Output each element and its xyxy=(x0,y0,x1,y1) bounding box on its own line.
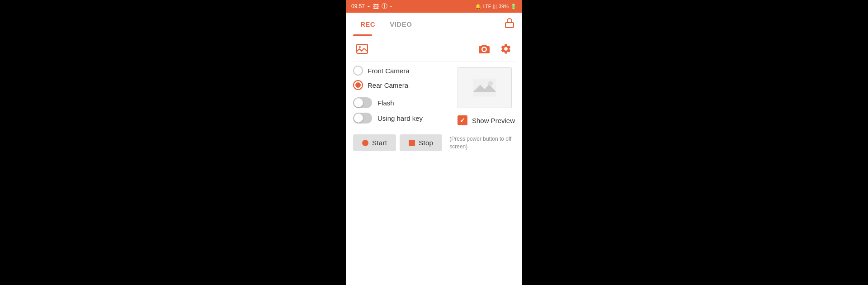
status-time: 09:57 •· 🖼 ⓕ • xyxy=(351,2,392,10)
battery-icon: 🔋 xyxy=(510,4,517,10)
signal-text: LTE xyxy=(483,4,491,9)
tab-rec[interactable]: REC xyxy=(353,14,382,34)
fb-icon: ⓕ xyxy=(382,2,387,10)
svg-rect-1 xyxy=(357,44,368,53)
dot-icon: • xyxy=(390,4,392,9)
tab-underline xyxy=(353,34,372,36)
svg-point-6 xyxy=(488,81,493,86)
front-camera-radio[interactable] xyxy=(353,66,363,76)
settings-button[interactable] xyxy=(497,40,515,58)
stop-icon xyxy=(409,140,415,146)
tab-video[interactable]: VIDEO xyxy=(382,14,419,34)
gallery-button[interactable] xyxy=(353,40,371,58)
mute-icon: 🔔 xyxy=(475,4,481,10)
notification-dot: •· xyxy=(368,4,370,9)
lock-icon[interactable] xyxy=(504,18,515,31)
signal-bars: ||| xyxy=(493,4,497,9)
button-row: Start Stop (Press power button to off sc… xyxy=(346,129,522,155)
start-label: Start xyxy=(372,139,387,147)
front-camera-option[interactable]: Front Camera xyxy=(353,66,450,76)
show-preview-label: Show Preview xyxy=(472,117,515,124)
rear-camera-label: Rear Camera xyxy=(368,81,408,89)
camera-button[interactable] xyxy=(475,40,493,58)
icon-row xyxy=(346,36,522,62)
hardkey-toggle-row[interactable]: Using hard key xyxy=(353,113,450,124)
stop-label: Stop xyxy=(419,139,433,147)
flash-toggle[interactable] xyxy=(353,97,372,108)
app-content: REC VIDEO xyxy=(346,13,522,285)
flash-label: Flash xyxy=(377,99,394,107)
right-column: ✓ Show Preview xyxy=(458,66,515,125)
start-icon xyxy=(362,140,368,146)
button-hint: (Press power button to off screen) xyxy=(449,135,515,151)
settings-area: Front Camera Rear Camera Flash xyxy=(346,62,522,129)
hardkey-label: Using hard key xyxy=(377,114,423,122)
svg-point-3 xyxy=(483,48,486,51)
show-preview-checkbox[interactable]: ✓ xyxy=(458,115,467,125)
photo-icon: 🖼 xyxy=(373,3,379,10)
status-right: 🔔 LTE ||| 39% 🔋 xyxy=(475,4,517,10)
settings-left: Front Camera Rear Camera Flash xyxy=(353,66,450,125)
hardkey-toggle[interactable] xyxy=(353,113,372,124)
camera-options: Front Camera Rear Camera xyxy=(353,66,450,90)
flash-toggle-row[interactable]: Flash xyxy=(353,97,450,108)
start-button[interactable]: Start xyxy=(353,134,396,151)
svg-rect-0 xyxy=(505,23,514,28)
rear-camera-option[interactable]: Rear Camera xyxy=(353,80,450,90)
time-display: 09:57 xyxy=(351,3,365,10)
stop-button[interactable]: Stop xyxy=(400,134,442,151)
checkmark-icon: ✓ xyxy=(460,117,465,124)
svg-rect-4 xyxy=(473,79,496,97)
tab-bar: REC VIDEO xyxy=(346,13,522,36)
show-preview-row[interactable]: ✓ Show Preview xyxy=(458,115,515,125)
svg-point-2 xyxy=(359,46,361,48)
rear-camera-radio[interactable] xyxy=(353,80,363,90)
preview-image xyxy=(458,67,512,108)
battery-text: 39% xyxy=(499,4,509,9)
phone-container: 09:57 •· 🖼 ⓕ • 🔔 LTE ||| 39% 🔋 REC VIDEO xyxy=(346,0,522,285)
front-camera-label: Front Camera xyxy=(368,67,410,75)
status-bar: 09:57 •· 🖼 ⓕ • 🔔 LTE ||| 39% 🔋 xyxy=(346,0,522,13)
toggle-section: Flash Using hard key xyxy=(353,97,450,124)
